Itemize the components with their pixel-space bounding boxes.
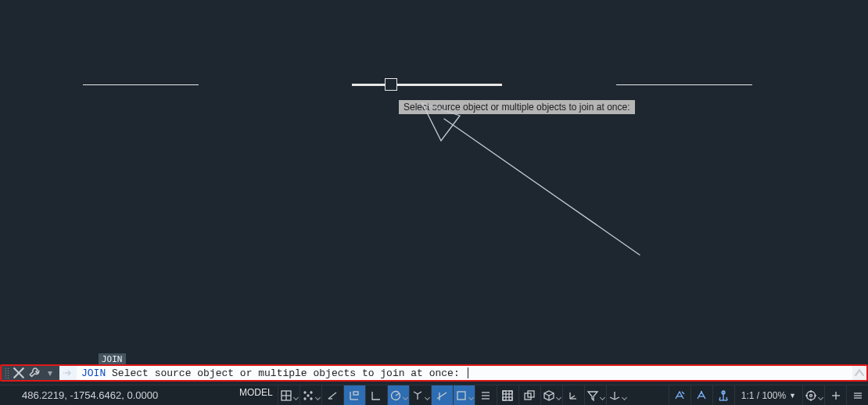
- text-caret: [468, 367, 468, 378]
- svg-point-10: [304, 398, 306, 400]
- lineweight-icon[interactable]: [475, 385, 497, 406]
- svg-rect-5: [282, 391, 291, 400]
- selection-filter-icon[interactable]: [584, 385, 606, 406]
- transparency-icon[interactable]: [497, 385, 518, 406]
- ortho-mode-icon[interactable]: [365, 385, 387, 406]
- annotation-scale-value[interactable]: 1:1 / 100% ▼: [734, 385, 802, 406]
- view-controls: 1:1 / 100% ▼: [669, 385, 868, 405]
- svg-point-52: [722, 391, 725, 394]
- dynamic-ucs-icon[interactable]: [562, 385, 584, 406]
- svg-line-23: [437, 392, 447, 399]
- selection-cycling-icon[interactable]: [518, 385, 540, 406]
- svg-line-38: [544, 393, 549, 396]
- annotation-scale-icon[interactable]: [712, 385, 734, 406]
- previous-command-tag: JOIN: [99, 353, 126, 365]
- svg-rect-30: [503, 391, 506, 394]
- svg-line-46: [610, 397, 615, 400]
- chevron-down-icon[interactable]: ▾: [44, 367, 56, 379]
- drawing-area[interactable]: Select source object or multiple objects…: [0, 0, 868, 405]
- svg-line-2: [14, 368, 24, 378]
- workspace-switching-icon[interactable]: [802, 385, 824, 406]
- command-prompt-icon[interactable]: [59, 366, 77, 380]
- grip-handle-icon: [5, 367, 9, 378]
- svg-line-22: [418, 392, 421, 394]
- svg-rect-34: [509, 397, 512, 400]
- infer-constraints-icon[interactable]: [321, 385, 343, 406]
- svg-point-56: [807, 391, 816, 400]
- svg-rect-36: [528, 391, 534, 397]
- dynamic-input-prompt: Select source object or multiple objects…: [399, 100, 635, 114]
- command-line[interactable]: ▾ JOIN Select source object or multiple …: [0, 364, 868, 382]
- svg-rect-35: [525, 393, 531, 400]
- command-input[interactable]: JOIN Select source object or multiple ob…: [77, 366, 852, 380]
- history-up-icon[interactable]: [852, 366, 866, 380]
- coordinates-readout[interactable]: 486.2219, -1754.6462, 0.0000: [22, 389, 158, 401]
- wrench-icon[interactable]: [28, 367, 41, 379]
- customization-icon[interactable]: [846, 385, 868, 406]
- gizmo-icon[interactable]: [606, 385, 628, 406]
- pickbox-cursor: [385, 78, 397, 91]
- status-bar: 486.2219, -1754.6462, 0.0000 MODEL 1:1 /…: [0, 385, 868, 405]
- svg-line-13: [328, 392, 336, 399]
- svg-rect-31: [509, 391, 512, 394]
- command-name: JOIN: [81, 367, 106, 379]
- svg-rect-32: [506, 394, 509, 397]
- svg-point-8: [304, 392, 306, 393]
- svg-rect-29: [503, 391, 512, 400]
- svg-line-55: [726, 397, 727, 400]
- svg-line-54: [719, 397, 720, 400]
- annotation-visibility-icon[interactable]: [669, 385, 690, 406]
- svg-line-1: [14, 368, 24, 378]
- svg-rect-25: [457, 392, 465, 400]
- command-prompt-text: Select source object or multiple objects…: [112, 367, 465, 379]
- polar-tracking-icon[interactable]: [387, 385, 409, 406]
- svg-point-57: [810, 394, 812, 396]
- snap-mode-icon[interactable]: [299, 385, 321, 406]
- svg-marker-37: [544, 391, 554, 400]
- svg-point-9: [310, 392, 312, 393]
- command-line-handle[interactable]: ▾: [2, 366, 59, 380]
- svg-rect-17: [353, 392, 358, 395]
- svg-line-19: [396, 393, 400, 396]
- close-icon[interactable]: [13, 367, 25, 379]
- object-snap-icon[interactable]: [453, 385, 475, 406]
- isometric-drafting-icon[interactable]: [409, 385, 431, 406]
- svg-line-43: [570, 396, 575, 399]
- drawing-line-1: [83, 84, 199, 85]
- drawing-line-2-selected: [352, 84, 502, 86]
- osnap-tracking-icon[interactable]: [431, 385, 453, 406]
- model-space-button[interactable]: MODEL: [235, 385, 278, 405]
- svg-line-39: [549, 393, 554, 396]
- annotation-monitor-icon[interactable]: [824, 385, 846, 406]
- autoscale-icon[interactable]: [690, 385, 712, 406]
- svg-line-21: [414, 392, 418, 394]
- svg-point-18: [391, 391, 400, 400]
- drawing-line-3: [616, 84, 752, 85]
- svg-point-12: [307, 395, 309, 396]
- grid-icon[interactable]: [278, 385, 299, 406]
- svg-line-47: [615, 397, 619, 400]
- dynamic-input-icon[interactable]: [343, 385, 365, 406]
- svg-rect-33: [503, 397, 506, 400]
- svg-point-11: [310, 398, 312, 400]
- 3d-osnap-icon[interactable]: [540, 385, 562, 406]
- drafting-settings-icons: [278, 385, 628, 405]
- svg-marker-44: [588, 392, 597, 400]
